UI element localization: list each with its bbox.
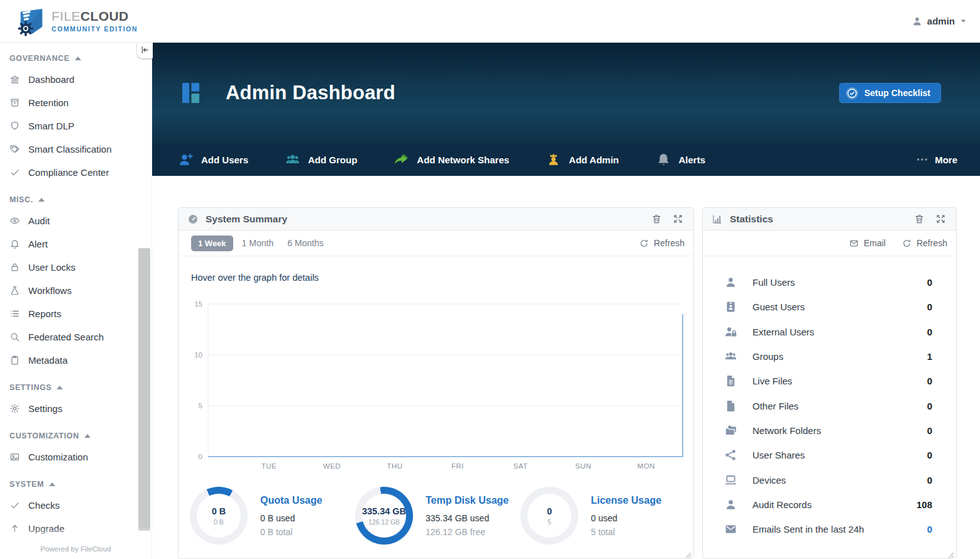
chart-hint: Hover over the graph for details [191,273,693,283]
setup-checklist-label: Setup Checklist [864,88,930,98]
dashboard-icon [182,83,199,103]
sidebar-item-label: Checks [28,500,60,511]
sidebar-section-header-settings[interactable]: SETTINGS [9,378,151,397]
donut-value: 0 [547,506,552,516]
tags-icon [9,144,20,155]
stat-value: 0 [927,425,932,436]
sidebar-item-reports[interactable]: Reports [9,302,151,325]
id-badge-icon [724,300,737,313]
sidebar-item-federated-search[interactable]: Federated Search [9,325,151,349]
sidebar-item-label: Compliance Center [28,167,109,178]
delete-widget-icon[interactable] [914,214,925,224]
username: admin [927,16,955,26]
y-tick-label: 0 [199,453,202,460]
stat-label: Emails Sent in the last 24h [752,524,864,535]
sidebar-section-header-customization[interactable]: CUSTOMIZATION [9,426,151,445]
sidebar-item-label: Smart Classification [28,144,112,155]
stat-label: External Users [752,327,814,337]
share-arrows-icon [394,152,409,168]
donut-center: 335.34 GB126.12 GB [362,494,406,538]
setup-checklist-button[interactable]: Setup Checklist [839,83,941,103]
collapse-up-icon [75,57,81,60]
email-button[interactable]: Email [849,238,886,248]
users-icon [724,350,737,363]
summary-refresh-button[interactable]: Refresh [639,238,685,248]
bar-chart-icon [712,214,723,225]
tab-1-month[interactable]: 1 Month [237,235,279,251]
sidebar-item-smart-classification[interactable]: Smart Classification [9,138,151,161]
add-group-button[interactable]: Add Group [285,152,357,168]
donut-chart: 0 B0 B [190,487,248,545]
sidebar-section-label: CUSTOMIZATION [9,431,79,440]
sidebar-item-workflows[interactable]: Workflows [9,279,151,302]
delete-widget-icon[interactable] [651,214,662,224]
summary-refresh-label: Refresh [654,238,685,248]
sidebar-section-header-governance[interactable]: GOVERNANCE [9,49,151,68]
stat-value: 1 [927,351,932,362]
stat-row-guest-users: Guest Users0 [724,295,932,319]
sidebar-nav: GOVERNANCEDashboardRetentionSmart DLPSma… [0,43,151,540]
sidebar-item-label: Smart DLP [28,121,74,131]
gauge-title: Temp Disk Usage [426,495,509,506]
sidebar-item-retention[interactable]: Retention [9,91,151,114]
expand-widget-icon[interactable] [935,214,946,224]
sidebar-item-compliance-center[interactable]: Compliance Center [9,161,151,184]
sidebar-item-checks[interactable]: Checks [9,494,151,517]
system-summary-panel: System Summary 1 Week1 Month6 Months Ref… [178,207,694,559]
x-tick-label: SUN [575,462,592,470]
x-tick-label: WED [323,462,341,470]
quick-action-label: Alerts [679,155,706,165]
email-label: Email [864,238,886,248]
donut-center: 05 [527,494,571,538]
filecloud-logo[interactable]: FILECLOUD COMMUNITY EDITION [18,6,138,36]
sidebar-section-header-system[interactable]: SYSTEM [9,475,151,494]
statistics-panel: Statistics Email Refresh Full Users0Gues… [702,207,957,559]
stats-refresh-button[interactable]: Refresh [902,238,947,248]
quick-action-label: Add Network Shares [417,155,509,165]
gauge-info: License Usage0 used5 total [591,495,661,537]
sidebar-item-smart-dlp[interactable]: Smart DLP [9,114,151,138]
gauge-used: 0 B used [260,513,322,523]
sidebar-item-metadata[interactable]: Metadata [9,349,151,372]
tab-6-months[interactable]: 6 Months [282,235,329,251]
sidebar-item-label: Federated Search [28,332,104,342]
user-menu[interactable]: admin [911,16,967,27]
x-tick-label: SAT [513,462,527,470]
sidebar-item-dashboard[interactable]: Dashboard [9,68,151,91]
stat-label: User Shares [752,450,805,460]
sidebar-item-user-locks[interactable]: User Locks [9,256,151,279]
main-area: Admin Dashboard Setup Checklist Add User… [152,43,980,559]
more-button[interactable]: More [916,153,957,166]
panel-resize-handle[interactable] [947,550,954,556]
gauge-title: License Usage [591,495,661,506]
stat-value: 108 [917,499,932,510]
sidebar-item-audit[interactable]: Audit [9,209,151,232]
sidebar-item-settings[interactable]: Settings [9,397,151,420]
user-lock-icon [724,325,737,339]
sidebar-scrollbar[interactable] [138,248,150,531]
add-users-button[interactable]: Add Users [178,152,248,168]
gauge-used: 0 used [591,513,661,523]
stat-row-user-shares: User Shares0 [724,443,932,467]
gauge-temp-disk-usage: 335.34 GB126.12 GBTemp Disk Usage335.34 … [355,487,520,545]
alerts-button[interactable]: Alerts [656,152,706,168]
expand-widget-icon[interactable] [673,214,683,224]
add-admin-button[interactable]: Add Admin [546,152,619,168]
gauge-total: 5 total [591,527,661,537]
x-tick-label: TUE [262,462,277,470]
sidebar-item-alert[interactable]: Alert [9,232,151,256]
activity-chart[interactable]: 051015TUEWEDTHUFRISATSUNMON [179,285,693,474]
logo-text-file: FILE [52,9,80,23]
sidebar-section-header-misc[interactable]: MISC. [9,190,151,209]
panel-resize-handle[interactable] [685,550,691,556]
sidebar-item-customization[interactable]: Customization [9,445,151,469]
add-network-shares-button[interactable]: Add Network Shares [394,152,509,168]
statistics-rows: Full Users0Guest Users0External Users0Gr… [703,256,956,541]
stat-row-external-users: External Users0 [724,320,932,344]
sidebar-collapse-button[interactable] [137,41,153,58]
tab-1-week[interactable]: 1 Week [191,236,233,251]
stat-row-live-files: Live Files0 [724,369,932,393]
page-title: Admin Dashboard [226,82,395,104]
envelope-icon [724,523,737,536]
stat-label: Groups [752,351,783,362]
